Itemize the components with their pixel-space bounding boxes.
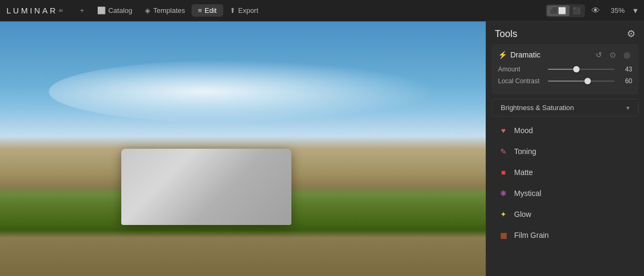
- brightness-saturation-label: Brightness & Saturation: [501, 104, 574, 112]
- view-split-btn[interactable]: ⬛⬜: [547, 5, 569, 16]
- main-image: [0, 21, 486, 276]
- edit-label: Edit: [204, 6, 216, 14]
- dramatic-section: ⚡ Dramatic ↺ ⊙ ◎ Amount 43: [492, 44, 639, 95]
- film-grain-label: Film Grain: [514, 231, 549, 239]
- glow-label: Glow: [514, 210, 531, 219]
- nav-add[interactable]: +: [74, 4, 91, 17]
- templates-label: Templates: [153, 6, 185, 14]
- film-grain-icon: ▦: [498, 230, 509, 241]
- edit-icon: ≡: [198, 6, 202, 14]
- nav-templates[interactable]: ◈ Templates: [138, 4, 191, 17]
- right-panel: Tools ⚙ ⚡ Dramatic ↺ ⊙ ◎ Amount: [486, 21, 644, 276]
- toning-label: Toning: [514, 147, 536, 156]
- toning-icon: ✎: [498, 146, 509, 157]
- tool-item-glow[interactable]: ✦ Glow: [492, 204, 639, 224]
- catalog-icon: ⬜: [97, 6, 106, 14]
- amount-slider-row: Amount 43: [498, 66, 632, 73]
- dramatic-title: Dramatic: [510, 50, 540, 59]
- panel-filter-icon[interactable]: ⚙: [627, 28, 635, 40]
- dramatic-actions: ↺ ⊙ ◎: [594, 49, 632, 60]
- panel-title: Tools: [495, 28, 517, 40]
- dramatic-icon: ⚡: [498, 50, 507, 59]
- add-icon: +: [80, 6, 84, 14]
- matte-icon: ■: [498, 167, 509, 178]
- export-icon: ⬆: [230, 6, 236, 14]
- app-name: LUMINAR: [6, 6, 58, 15]
- view-single-btn[interactable]: ⬛: [569, 5, 584, 16]
- local-contrast-label: Local Contrast: [498, 77, 544, 85]
- nav-export[interactable]: ⬆ Export: [223, 4, 265, 17]
- panel-header: Tools ⚙: [486, 21, 644, 44]
- zoom-level: 35%: [606, 6, 629, 14]
- glow-icon: ✦: [498, 209, 509, 220]
- templates-icon: ◈: [145, 6, 150, 14]
- mood-label: Mood: [514, 126, 533, 135]
- amount-thumb: [573, 66, 580, 72]
- topnav: LUMINAR AI + ⬜ Catalog ◈ Templates ≡ Edi…: [0, 0, 644, 21]
- dramatic-left: ⚡ Dramatic: [498, 50, 540, 59]
- dropdown-chevron-icon: ▾: [626, 104, 630, 112]
- image-area: [0, 21, 486, 276]
- catalog-label: Catalog: [108, 6, 133, 14]
- amount-fill: [548, 69, 576, 70]
- mystical-label: Mystical: [514, 189, 541, 198]
- local-contrast-slider-row: Local Contrast 60: [498, 77, 632, 85]
- tool-item-mystical[interactable]: ❋ Mystical: [492, 183, 639, 204]
- brightness-saturation-dropdown[interactable]: Brightness & Saturation ▾: [492, 99, 639, 117]
- local-contrast-track[interactable]: [548, 81, 614, 82]
- zoom-chevron[interactable]: ▾: [633, 5, 638, 16]
- app-superscript: AI: [59, 8, 63, 13]
- nav-catalog[interactable]: ⬜ Catalog: [91, 4, 139, 17]
- tool-item-matte[interactable]: ■ Matte: [492, 162, 639, 183]
- tool-item-film-grain[interactable]: ▦ Film Grain: [492, 225, 639, 245]
- nav-right: ⬛⬜ ⬛ 👁 35% ▾: [546, 4, 638, 17]
- export-label: Export: [238, 6, 259, 14]
- matte-label: Matte: [514, 168, 533, 177]
- app-logo: LUMINAR AI: [6, 6, 63, 15]
- amount-label: Amount: [498, 66, 544, 73]
- local-contrast-fill: [548, 81, 588, 82]
- tool-item-mood[interactable]: ♥ Mood: [492, 120, 639, 141]
- dramatic-header: ⚡ Dramatic ↺ ⊙ ◎: [498, 49, 632, 60]
- dramatic-reset-icon[interactable]: ↺: [594, 49, 604, 60]
- mood-icon: ♥: [498, 125, 509, 136]
- nav-edit[interactable]: ≡ Edit: [192, 4, 223, 17]
- amount-track[interactable]: [548, 69, 614, 70]
- tools-list: ♥ Mood ✎ Toning ■ Matte ❋ Mystical ✦ Glo…: [486, 120, 644, 276]
- amount-value: 43: [619, 66, 632, 73]
- dramatic-toggle-icon[interactable]: ◎: [621, 49, 632, 60]
- local-contrast-thumb: [584, 78, 591, 84]
- visibility-button[interactable]: 👁: [589, 6, 602, 16]
- tool-item-toning[interactable]: ✎ Toning: [492, 141, 639, 162]
- view-toggle: ⬛⬜ ⬛: [546, 4, 585, 17]
- mystical-icon: ❋: [498, 188, 509, 199]
- main-content: Tools ⚙ ⚡ Dramatic ↺ ⊙ ◎ Amount: [0, 21, 644, 276]
- dramatic-info-icon[interactable]: ⊙: [608, 49, 618, 60]
- local-contrast-value: 60: [619, 77, 632, 85]
